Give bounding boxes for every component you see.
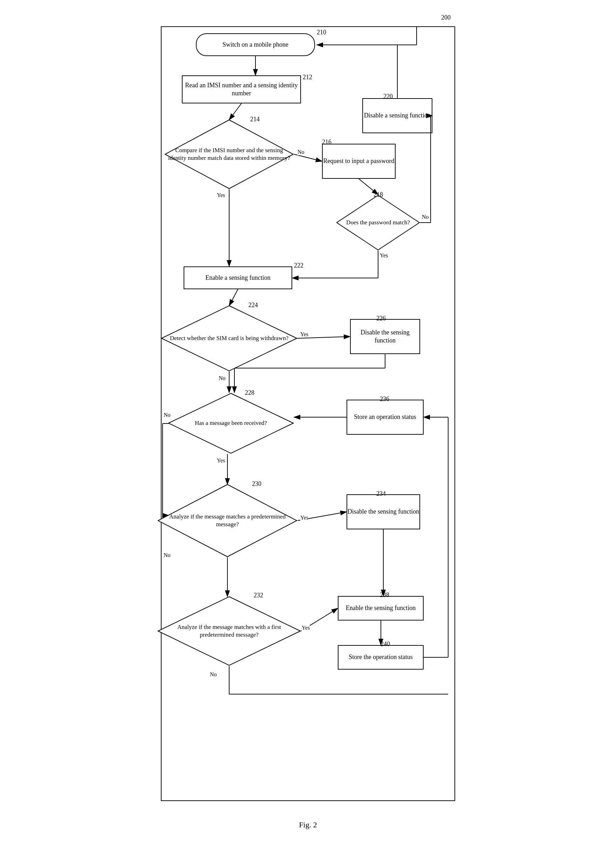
node-226: Disable the sensing function xyxy=(350,319,420,354)
label-yes-232: Yes xyxy=(302,625,310,631)
ref-212: 212 xyxy=(303,74,312,81)
node-220: Disable a sensing function xyxy=(362,98,432,133)
label-yes-230: Yes xyxy=(300,515,308,521)
ref-238: 238 xyxy=(380,592,389,599)
fig-caption: Fig. 2 xyxy=(150,820,466,830)
node-214: Compare if the IMSI number and the sensi… xyxy=(164,119,294,189)
ref-222: 222 xyxy=(294,262,303,269)
node-230: Analyze if the message matches a predete… xyxy=(157,484,297,557)
node-210: Switch on a mobile phone xyxy=(196,33,315,56)
label-yes-224: Yes xyxy=(300,331,308,338)
label-no-232: No xyxy=(210,671,217,678)
label-yes-218: Yes xyxy=(380,252,388,259)
ref-236: 236 xyxy=(380,395,389,403)
ref-240: 240 xyxy=(380,641,390,648)
node-222: Enable a sensing function xyxy=(184,266,292,289)
node-216: Request to input a password xyxy=(322,144,396,179)
node-238: Enable the sensing function xyxy=(338,596,424,620)
ref-214: 214 xyxy=(250,116,260,123)
ref-218: 218 xyxy=(374,191,383,198)
label-no-214: No xyxy=(297,149,305,155)
ref-216: 216 xyxy=(322,139,332,146)
label-no-224: No xyxy=(218,375,226,381)
label-yes-214: Yes xyxy=(217,192,225,198)
ref-228: 228 xyxy=(245,389,255,397)
ref-232: 232 xyxy=(254,592,263,599)
diagram-container: 200 Switch on a mobile phone 210 Read an… xyxy=(150,7,466,813)
node-234: Disable the sensing function xyxy=(347,494,420,529)
ref-220: 220 xyxy=(383,93,393,100)
ref-224: 224 xyxy=(248,302,258,309)
ref-230: 230 xyxy=(252,480,261,488)
node-228: Has a message been received? xyxy=(168,393,294,454)
ref-200: 200 xyxy=(441,14,451,21)
label-no-228: No xyxy=(163,412,171,418)
page: 200 Switch on a mobile phone 210 Read an… xyxy=(150,7,466,830)
node-236: Store an operation status xyxy=(347,400,424,435)
node-240: Store the operation status xyxy=(338,645,424,670)
ref-234: 234 xyxy=(376,490,386,497)
node-212: Read an IMSI number and a sensing identi… xyxy=(182,76,301,104)
ref-210: 210 xyxy=(317,29,326,36)
ref-226: 226 xyxy=(376,315,386,322)
label-no-230: No xyxy=(163,552,171,559)
label-yes-228: Yes xyxy=(217,458,225,464)
node-218: Does the password match? xyxy=(336,195,420,251)
node-224: Detect whether the SIM card is being wit… xyxy=(161,305,297,371)
label-no-218: No xyxy=(422,214,429,220)
node-232: Analyze if the message matches with a fi… xyxy=(157,596,301,666)
